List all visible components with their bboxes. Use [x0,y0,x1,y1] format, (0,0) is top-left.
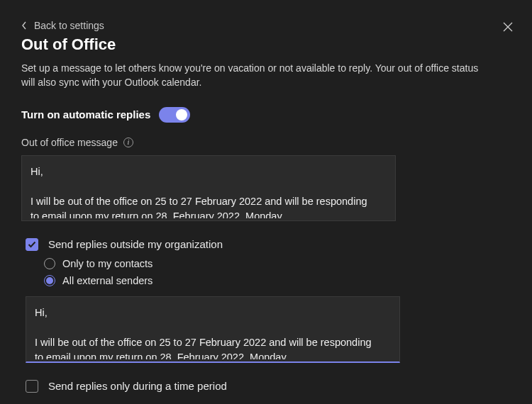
time-period-label: Send replies only during a time period [48,380,227,392]
external-message-editor[interactable] [26,297,399,359]
radio-label: All external senders [62,275,153,286]
back-to-settings-link[interactable]: Back to settings [21,20,104,31]
page-title: Out of Office [21,35,511,54]
external-message-editor-wrap [26,296,400,363]
external-replies-checkbox[interactable] [26,238,38,251]
ooo-message-editor-wrap [21,155,396,221]
back-label: Back to settings [34,20,104,31]
close-button[interactable] [499,18,516,35]
ooo-message-editor[interactable] [22,156,395,218]
external-replies-row[interactable]: Send replies outside my organization [26,238,511,251]
external-scope-radio-group: Only to my contacts All external senders [44,258,511,286]
ooo-message-label: Out of office message [21,137,118,148]
radio-all-external[interactable]: All external senders [44,275,511,286]
radio-label: Only to my contacts [62,258,153,269]
info-icon[interactable]: i [123,138,133,147]
time-period-row[interactable]: Send replies only during a time period [26,380,511,393]
time-period-checkbox[interactable] [26,380,38,393]
auto-replies-toggle[interactable] [159,107,190,123]
radio-only-contacts[interactable]: Only to my contacts [44,258,511,269]
auto-replies-row: Turn on automatic replies [21,107,511,123]
auto-replies-label: Turn on automatic replies [21,108,150,120]
page-description: Set up a message to let others know you'… [21,61,489,90]
radio-button[interactable] [44,258,55,269]
ooo-message-label-row: Out of office message i [21,137,511,148]
close-icon [503,22,513,32]
chevron-left-icon [21,21,27,30]
external-replies-label: Send replies outside my organization [48,238,223,250]
toggle-knob [176,109,187,120]
radio-button[interactable] [44,275,55,286]
check-icon [28,241,36,248]
